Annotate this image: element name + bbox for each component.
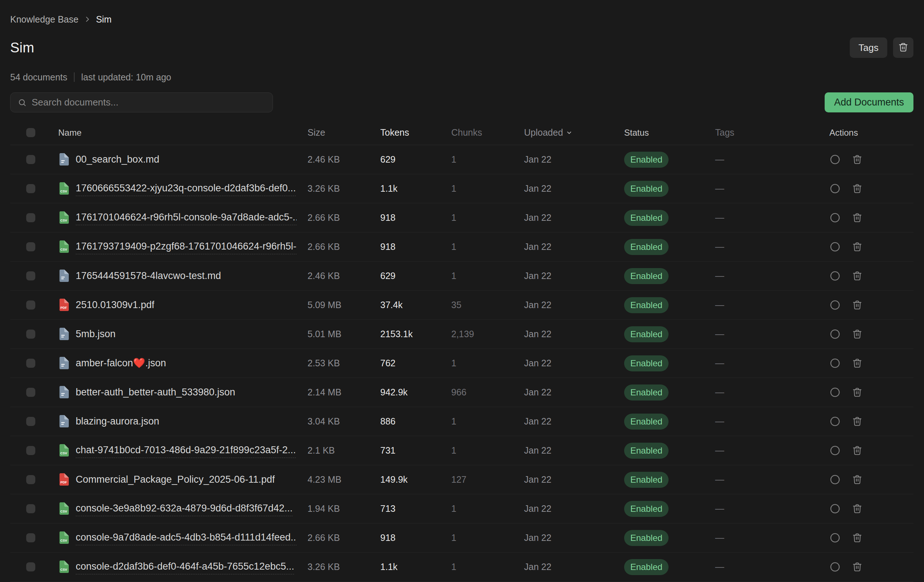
delete-document-icon[interactable] <box>851 212 863 223</box>
file-tokens: 918 <box>380 213 451 223</box>
file-uploaded-date: Jan 22 <box>524 503 624 514</box>
toggle-status-icon[interactable] <box>829 503 841 514</box>
file-uploaded-date: Jan 22 <box>524 445 624 456</box>
select-all-checkbox[interactable] <box>26 128 35 137</box>
title-actions: Tags <box>850 38 913 58</box>
row-checkbox[interactable] <box>26 242 35 251</box>
toggle-status-icon[interactable] <box>829 387 841 398</box>
file-name[interactable]: console-9a7d8ade-adc5-4db3-b854-d111d14f… <box>76 530 297 545</box>
column-header-size[interactable]: Size <box>307 127 380 138</box>
toggle-status-icon[interactable] <box>829 532 841 543</box>
delete-document-icon[interactable] <box>851 416 863 427</box>
row-tags: — <box>715 242 822 252</box>
toggle-status-icon[interactable] <box>829 445 841 456</box>
column-header-tokens[interactable]: Tokens <box>380 127 451 138</box>
file-name[interactable]: blazing-aurora.json <box>76 414 159 429</box>
row-checkbox[interactable] <box>26 330 35 339</box>
toggle-status-icon[interactable] <box>829 154 841 165</box>
row-checkbox[interactable] <box>26 562 35 572</box>
row-tags: — <box>715 445 822 456</box>
toggle-status-icon[interactable] <box>829 358 841 369</box>
row-checkbox[interactable] <box>26 359 35 368</box>
file-name[interactable]: 1761793719409-p2zgf68-1761701046624-r96r… <box>76 239 297 254</box>
row-tags: — <box>715 503 822 514</box>
column-header-status[interactable]: Status <box>624 128 715 138</box>
file-name[interactable]: console-d2daf3b6-def0-464f-a45b-7655c12e… <box>76 559 294 574</box>
file-name[interactable]: amber-falcon❤️.json <box>76 356 166 370</box>
file-chunks: 1 <box>451 154 524 165</box>
status-badge: Enabled <box>624 355 668 371</box>
row-checkbox[interactable] <box>26 155 35 164</box>
file-uploaded-date: Jan 22 <box>524 154 624 165</box>
toggle-status-icon[interactable] <box>829 474 841 485</box>
toggle-status-icon[interactable] <box>829 328 841 340</box>
file-tokens: 629 <box>380 270 451 281</box>
delete-document-icon[interactable] <box>851 503 863 514</box>
delete-document-icon[interactable] <box>851 358 863 369</box>
row-checkbox[interactable] <box>26 300 35 310</box>
row-checkbox[interactable] <box>26 388 35 397</box>
toggle-status-icon[interactable] <box>829 270 841 282</box>
title-row: Sim Tags <box>10 37 913 58</box>
file-name[interactable]: 1765444591578-4lavcwo-test.md <box>76 269 221 283</box>
delete-document-icon[interactable] <box>851 445 863 456</box>
row-checkbox[interactable] <box>26 213 35 222</box>
column-header-name[interactable]: Name <box>58 128 307 138</box>
delete-document-icon[interactable] <box>851 561 863 572</box>
status-badge: Enabled <box>624 326 668 342</box>
toggle-status-icon[interactable] <box>829 299 841 311</box>
pdf-file-icon: PDF <box>58 473 69 486</box>
column-header-tags[interactable]: Tags <box>715 127 822 138</box>
status-badge: Enabled <box>624 559 668 575</box>
toggle-status-icon[interactable] <box>829 183 841 194</box>
delete-document-icon[interactable] <box>851 328 863 340</box>
row-checkbox[interactable] <box>26 475 35 484</box>
column-header-chunks[interactable]: Chunks <box>451 127 524 138</box>
file-name[interactable]: 2510.01309v1.pdf <box>76 298 154 312</box>
delete-document-icon[interactable] <box>851 154 863 165</box>
file-uploaded-date: Jan 22 <box>524 300 624 310</box>
tags-button[interactable]: Tags <box>850 38 887 58</box>
file-name[interactable]: 00_search_box.md <box>76 152 159 167</box>
file-tokens: 918 <box>380 242 451 252</box>
breadcrumb-knowledge-base-link[interactable]: Knowledge Base <box>10 14 79 25</box>
file-tokens: 762 <box>380 358 451 368</box>
file-name[interactable]: 5mb.json <box>76 327 116 341</box>
search-input[interactable] <box>32 97 265 108</box>
file-name[interactable]: console-3e9a8b92-632a-4879-9d6d-d8f3f67d… <box>76 501 293 516</box>
column-header-uploaded[interactable]: Uploaded <box>524 127 624 138</box>
toggle-status-icon[interactable] <box>829 416 841 427</box>
row-checkbox[interactable] <box>26 417 35 426</box>
table-row: CSV PDF blazing-aurora.json 3.04 KB 886 … <box>10 407 913 436</box>
delete-document-icon[interactable] <box>851 532 863 543</box>
delete-document-icon[interactable] <box>851 183 863 194</box>
kb-meta: 54 documents last updated: 10m ago <box>10 71 913 83</box>
file-name[interactable]: Commercial_Package_Policy_2025-06-11.pdf <box>76 473 275 487</box>
file-size: 5.01 MB <box>307 329 380 340</box>
breadcrumb: Knowledge Base Sim <box>10 13 913 25</box>
add-documents-button[interactable]: Add Documents <box>825 92 913 112</box>
file-name[interactable]: 1760666553422-xjyu23q-console-d2daf3b6-d… <box>76 181 296 196</box>
delete-document-icon[interactable] <box>851 270 863 282</box>
row-checkbox[interactable] <box>26 184 35 193</box>
file-tokens: 629 <box>380 154 451 165</box>
delete-document-icon[interactable] <box>851 241 863 252</box>
row-checkbox[interactable] <box>26 446 35 455</box>
row-checkbox[interactable] <box>26 271 35 280</box>
toggle-status-icon[interactable] <box>829 561 841 572</box>
file-name[interactable]: 1761701046624-r96rh5l-console-9a7d8ade-a… <box>76 210 297 225</box>
file-name[interactable]: better-auth_better-auth_533980.json <box>76 385 235 399</box>
toggle-status-icon[interactable] <box>829 212 841 223</box>
delete-document-icon[interactable] <box>851 299 863 311</box>
delete-document-icon[interactable] <box>851 474 863 485</box>
document-file-icon <box>58 328 69 340</box>
toggle-status-icon[interactable] <box>829 241 841 252</box>
delete-document-icon[interactable] <box>851 387 863 398</box>
search-box[interactable] <box>10 92 273 112</box>
last-updated: last updated: 10m ago <box>81 72 171 82</box>
uploaded-label: Uploaded <box>524 127 563 138</box>
row-checkbox[interactable] <box>26 504 35 513</box>
row-checkbox[interactable] <box>26 533 35 542</box>
delete-knowledge-base-button[interactable] <box>893 38 913 58</box>
file-name[interactable]: chat-9741b0cd-7013-486d-9a29-21f899c23a5… <box>76 443 296 458</box>
